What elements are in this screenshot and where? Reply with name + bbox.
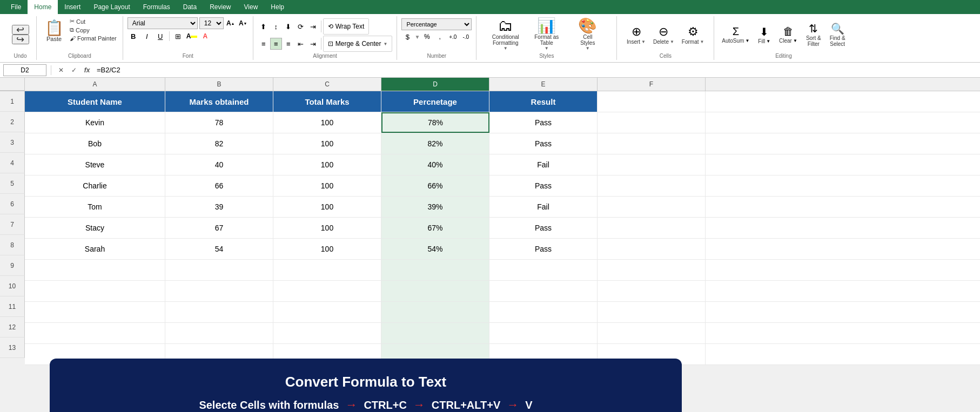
col-header-e[interactable]: E [489,78,598,91]
cell-d11[interactable] [381,302,489,322]
row-header-8[interactable]: 8 [0,235,25,255]
conditional-formatting-button[interactable]: 🗂 ConditionalFormatting ▼ [486,17,525,52]
cancel-formula-button[interactable]: ✕ [56,65,66,76]
cell-c12[interactable] [273,323,381,343]
cell-f3[interactable] [598,133,706,154]
tab-help[interactable]: Help [264,0,291,14]
cell-a10[interactable] [25,281,165,301]
percent-button[interactable]: % [421,31,433,42]
cell-f1[interactable] [598,91,706,112]
row-header-3[interactable]: 3 [0,132,25,153]
row-header-7[interactable]: 7 [0,214,25,235]
cell-b11[interactable] [165,302,273,322]
cell-a1[interactable]: Student Name [25,91,165,112]
cell-c5[interactable]: 100 [273,175,381,196]
confirm-formula-button[interactable]: ✓ [69,65,79,76]
tab-page-layout[interactable]: Page Layout [87,0,136,14]
tab-home[interactable]: Home [28,0,58,14]
col-header-b[interactable]: B [165,78,273,91]
cell-d1[interactable]: Percnetage [381,91,489,112]
cell-c2[interactable]: 100 [273,112,381,133]
cell-c3[interactable]: 100 [273,133,381,154]
row-header-1[interactable]: 1 [0,91,25,112]
insert-button[interactable]: ⊕ Insert ▼ [623,24,649,46]
cell-c7[interactable]: 100 [273,218,381,238]
merge-center-button[interactable]: ⊡ Merge & Center ▼ [323,36,393,52]
cell-f4[interactable] [598,154,706,175]
tab-insert[interactable]: Insert [58,0,87,14]
row-header-5[interactable]: 5 [0,173,25,194]
cell-e8[interactable]: Pass [489,239,598,259]
cell-b3[interactable]: 82 [165,133,273,154]
font-color-button[interactable]: A [199,30,211,42]
cell-c11[interactable] [273,302,381,322]
cell-c8[interactable]: 100 [273,239,381,259]
currency-button[interactable]: $ [401,31,413,42]
redo-button[interactable]: ↪ [12,35,29,44]
row-header-2[interactable]: 2 [0,112,25,132]
number-format-select[interactable]: Percentage [401,18,472,30]
cell-b8[interactable]: 54 [165,239,273,259]
cell-a8[interactable]: Sarah [25,239,165,259]
bold-button[interactable]: B [127,30,139,42]
paste-button[interactable]: 📋 Paste [41,17,67,45]
cell-e1[interactable]: Result [489,91,598,112]
cell-a5[interactable]: Charlie [25,175,165,196]
format-painter-button[interactable]: 🖌 Format Painter [68,35,118,42]
cell-a9[interactable] [25,260,165,280]
cell-d9[interactable] [381,260,489,280]
comma-button[interactable]: , [434,31,446,42]
row-header-13[interactable]: 13 [0,337,25,358]
cell-b1[interactable]: Marks obtained [165,91,273,112]
row-header-6[interactable]: 6 [0,194,25,214]
font-name-select[interactable]: Arial [127,17,198,29]
delete-button[interactable]: ⊖ Delete ▼ [650,24,677,46]
row-header-11[interactable]: 11 [0,296,25,317]
cell-f5[interactable] [598,175,706,196]
decrease-font-button[interactable]: A▼ [238,17,249,29]
format-as-table-button[interactable]: 📊 Format asTable ▼ [527,17,566,52]
insert-function-button[interactable]: fx [82,65,92,76]
cell-a7[interactable]: Stacy [25,218,165,238]
row-header-12[interactable]: 12 [0,317,25,337]
cut-button[interactable]: ✂ Cut [68,17,118,25]
cell-d3[interactable]: 82% [381,133,489,154]
col-header-f[interactable]: F [598,78,706,91]
font-size-select[interactable]: 12 [199,17,224,29]
cell-d4[interactable]: 40% [381,154,489,175]
row-header-9[interactable]: 9 [0,255,25,276]
tab-formulas[interactable]: Formulas [137,0,177,14]
cell-c1[interactable]: Total Marks [273,91,381,112]
col-header-c[interactable]: C [273,78,381,91]
tab-file[interactable]: File [4,0,28,14]
cell-b9[interactable] [165,260,273,280]
format-button[interactable]: ⚙ Format ▼ [679,24,708,46]
fill-button[interactable]: ⬇ Fill ▼ [755,24,774,45]
cell-a4[interactable]: Steve [25,154,165,175]
align-left-button[interactable]: ≡ [258,38,270,50]
align-middle-button[interactable]: ↕ [270,21,282,32]
cell-c4[interactable]: 100 [273,154,381,175]
cell-f7[interactable] [598,218,706,238]
cell-b4[interactable]: 40 [165,154,273,175]
cell-f11[interactable] [598,302,706,322]
cell-e12[interactable] [489,323,598,343]
cell-a11[interactable] [25,302,165,322]
align-bottom-button[interactable]: ⬇ [283,21,294,32]
wrap-text-button[interactable]: ⟲ Wrap Text [323,18,370,35]
cell-a6[interactable]: Tom [25,197,165,217]
cell-e7[interactable]: Pass [489,218,598,238]
cell-f2[interactable] [598,112,706,133]
tab-view[interactable]: View [238,0,265,14]
cell-d5[interactable]: 66% [381,175,489,196]
autosum-button[interactable]: Σ AutoSum ▼ [719,24,753,45]
cell-e2[interactable]: Pass [489,112,598,133]
cell-f8[interactable] [598,239,706,259]
cell-e9[interactable] [489,260,598,280]
increase-indent-button[interactable]: ⇥ [307,38,319,50]
cell-f9[interactable] [598,260,706,280]
cell-f6[interactable] [598,197,706,217]
formula-input[interactable] [95,64,977,76]
cell-f12[interactable] [598,323,706,343]
cell-b2[interactable]: 78 [165,112,273,133]
